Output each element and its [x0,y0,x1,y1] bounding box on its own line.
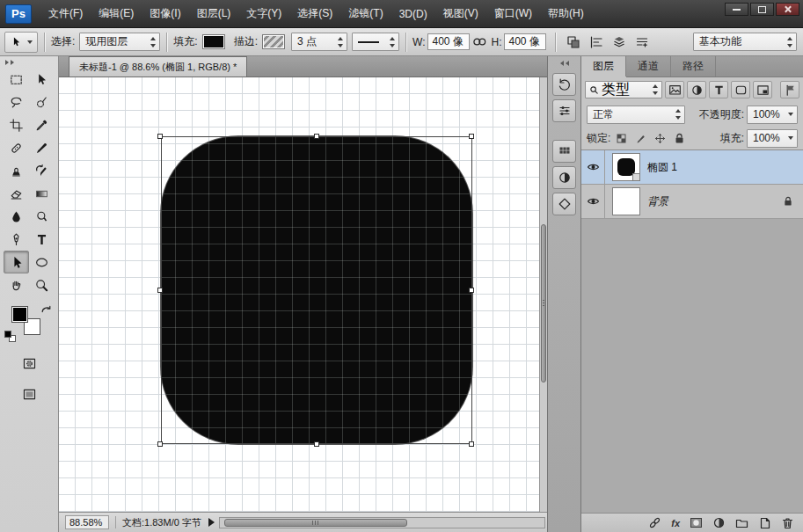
menu-layer[interactable]: 图层(L) [189,0,239,27]
brush-tool[interactable] [29,136,55,159]
tool-preset-picker[interactable] [4,32,38,53]
filter-type-dropdown[interactable]: 类型 [585,81,662,98]
rectangular-marquee-tool[interactable] [4,68,29,91]
height-input[interactable]: 400 像 [504,33,546,50]
spot-healing-brush-tool[interactable] [4,136,29,159]
clone-stamp-tool[interactable] [4,159,29,182]
hand-tool[interactable] [4,273,29,296]
menu-window[interactable]: 窗口(W) [486,0,540,27]
foreground-color-swatch[interactable] [11,306,28,323]
stroke-color-swatch[interactable] [262,34,285,49]
layer-style-button[interactable]: fx [671,518,680,528]
screen-mode-button[interactable] [17,383,42,405]
menu-image[interactable]: 图像(I) [142,0,188,27]
path-selection-tool[interactable] [4,251,29,273]
restore-button[interactable] [750,3,774,16]
quick-selection-tool[interactable] [29,91,55,113]
transform-handle-bottom-center[interactable] [314,441,319,447]
delete-layer-icon[interactable] [781,516,794,529]
layer-thumbnail[interactable] [612,153,640,181]
vertical-scrollbar[interactable] [539,77,547,512]
horizontal-type-tool[interactable] [29,228,55,251]
select-mode-dropdown[interactable]: 现用图层 [79,33,160,51]
layer-thumbnail[interactable] [612,187,640,215]
close-button[interactable] [776,3,799,16]
blend-mode-dropdown[interactable]: 正常 [587,106,685,124]
lock-paint-button[interactable] [632,130,649,146]
swatches-panel-button[interactable] [552,140,576,163]
adjustment-layer-icon[interactable] [712,516,726,529]
filter-adjustment-layers-button[interactable] [687,81,706,98]
workspace-switcher[interactable]: 基本功能 [693,33,797,51]
stroke-type-dropdown[interactable] [352,33,399,51]
lock-transparent-button[interactable] [613,130,630,146]
adjustments-panel-button[interactable] [552,166,576,189]
layer-mask-icon[interactable] [690,516,703,529]
status-popup-arrow[interactable] [208,518,215,527]
tab-layers[interactable]: 图层 [581,56,626,77]
move-tool[interactable] [29,68,55,91]
tab-channels[interactable]: 通道 [626,56,671,77]
filter-shape-layers-button[interactable] [731,81,750,98]
layer-visibility-toggle[interactable] [581,150,605,184]
expand-panels-button[interactable] [548,56,580,69]
tools-panel-collapse[interactable] [0,56,58,68]
history-brush-tool[interactable] [29,159,55,182]
stroke-width-dropdown[interactable]: 3 点 [291,33,347,51]
width-input[interactable]: 400 像 [427,33,470,50]
geometry-options-button[interactable] [631,32,653,53]
styles-panel-button[interactable] [552,193,576,215]
horizontal-scrollbar-thumb[interactable] [224,519,407,527]
lock-all-button[interactable] [671,130,688,146]
transform-handle-middle-left[interactable] [157,288,163,293]
vertical-scrollbar-thumb[interactable] [541,224,546,383]
tab-paths[interactable]: 路径 [671,56,716,77]
zoom-tool[interactable] [29,273,55,296]
path-operations-button[interactable] [562,32,585,53]
link-layers-icon[interactable] [648,516,661,529]
menu-edit[interactable]: 编辑(E) [91,0,142,27]
gradient-tool[interactable] [29,182,55,205]
menu-help[interactable]: 帮助(H) [540,0,592,27]
quick-mask-button[interactable] [17,352,42,375]
ellipse-tool[interactable] [29,251,55,273]
pen-tool[interactable] [4,228,29,251]
path-arrange-button[interactable] [608,32,631,53]
transform-handle-top-center[interactable] [314,134,319,139]
properties-panel-button[interactable] [552,99,576,122]
blur-tool[interactable] [4,205,29,228]
eyedropper-tool[interactable] [29,113,55,136]
horizontal-scrollbar[interactable] [219,517,545,528]
canvas[interactable] [59,77,539,512]
link-dimensions-icon[interactable] [472,36,487,47]
eraser-tool[interactable] [4,182,29,205]
transform-handle-middle-right[interactable] [469,288,474,293]
layer-row-ellipse-1[interactable]: 椭圆 1 [581,150,803,185]
filter-type-layers-button[interactable] [709,81,728,98]
filter-toggle-button[interactable] [780,81,799,98]
transform-handle-bottom-left[interactable] [157,441,163,447]
swap-colors-icon[interactable] [40,303,52,314]
transform-handle-top-left[interactable] [157,134,163,139]
layer-name[interactable]: 背景 [647,194,668,209]
lasso-tool[interactable] [4,91,29,113]
ellipse-shape-object[interactable] [161,136,472,444]
crop-tool[interactable] [4,113,29,136]
filter-smart-objects-button[interactable] [753,81,772,98]
lock-position-button[interactable] [652,130,668,146]
layer-name[interactable]: 椭圆 1 [647,160,677,175]
layer-group-icon[interactable] [735,516,748,529]
menu-view[interactable]: 视图(V) [435,0,486,27]
path-alignment-button[interactable] [585,32,608,53]
menu-3d[interactable]: 3D(D) [391,0,435,27]
menu-type[interactable]: 文字(Y) [238,0,289,27]
fill-opacity-dropdown[interactable]: 100% [747,129,798,148]
new-layer-icon[interactable] [758,516,771,529]
document-tab[interactable]: 未标题-1 @ 88.6% (椭圆 1, RGB/8) * [69,56,247,77]
layer-visibility-toggle[interactable] [581,185,605,218]
filter-pixel-layers-button[interactable] [665,81,684,98]
fill-color-swatch[interactable] [202,34,225,49]
transform-handle-top-right[interactable] [469,134,474,139]
dodge-tool[interactable] [29,205,55,228]
opacity-dropdown[interactable]: 100% [747,106,798,124]
